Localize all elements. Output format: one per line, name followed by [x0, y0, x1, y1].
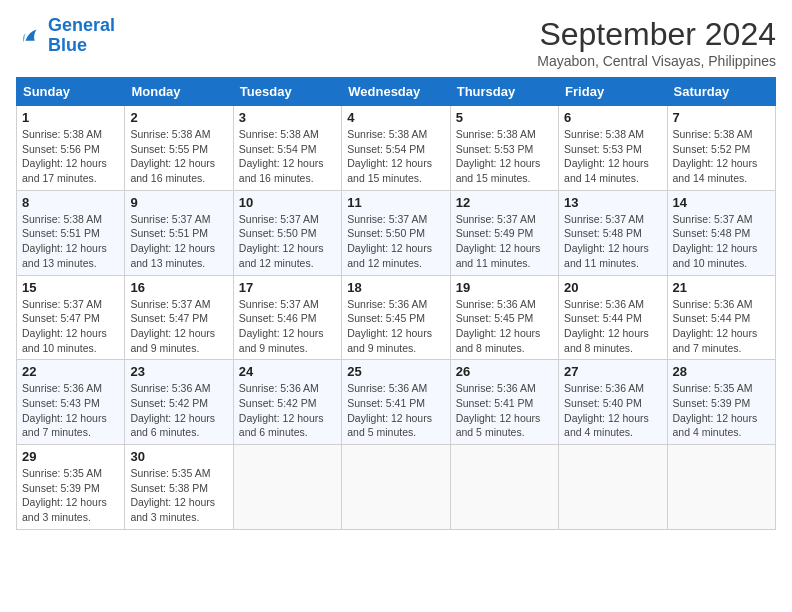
day-info: Sunrise: 5:37 AM Sunset: 5:50 PM Dayligh… — [347, 212, 444, 271]
col-tuesday: Tuesday — [233, 78, 341, 106]
day-number: 8 — [22, 195, 119, 210]
day-info: Sunrise: 5:36 AM Sunset: 5:43 PM Dayligh… — [22, 381, 119, 440]
day-info: Sunrise: 5:37 AM Sunset: 5:47 PM Dayligh… — [22, 297, 119, 356]
day-info: Sunrise: 5:38 AM Sunset: 5:53 PM Dayligh… — [564, 127, 661, 186]
day-info: Sunrise: 5:36 AM Sunset: 5:41 PM Dayligh… — [456, 381, 553, 440]
day-number: 3 — [239, 110, 336, 125]
logo-text: General Blue — [48, 16, 115, 56]
day-info: Sunrise: 5:36 AM Sunset: 5:42 PM Dayligh… — [130, 381, 227, 440]
day-number: 22 — [22, 364, 119, 379]
table-row — [667, 445, 775, 530]
table-row: 29Sunrise: 5:35 AM Sunset: 5:39 PM Dayli… — [17, 445, 125, 530]
day-number: 21 — [673, 280, 770, 295]
title-block: September 2024 Mayabon, Central Visayas,… — [537, 16, 776, 69]
table-row: 6Sunrise: 5:38 AM Sunset: 5:53 PM Daylig… — [559, 106, 667, 191]
day-info: Sunrise: 5:35 AM Sunset: 5:39 PM Dayligh… — [22, 466, 119, 525]
table-row: 5Sunrise: 5:38 AM Sunset: 5:53 PM Daylig… — [450, 106, 558, 191]
day-info: Sunrise: 5:38 AM Sunset: 5:55 PM Dayligh… — [130, 127, 227, 186]
day-number: 25 — [347, 364, 444, 379]
col-thursday: Thursday — [450, 78, 558, 106]
table-row: 22Sunrise: 5:36 AM Sunset: 5:43 PM Dayli… — [17, 360, 125, 445]
day-number: 5 — [456, 110, 553, 125]
day-info: Sunrise: 5:38 AM Sunset: 5:56 PM Dayligh… — [22, 127, 119, 186]
day-info: Sunrise: 5:36 AM Sunset: 5:41 PM Dayligh… — [347, 381, 444, 440]
table-row: 12Sunrise: 5:37 AM Sunset: 5:49 PM Dayli… — [450, 190, 558, 275]
day-number: 7 — [673, 110, 770, 125]
day-number: 19 — [456, 280, 553, 295]
calendar-week-row: 22Sunrise: 5:36 AM Sunset: 5:43 PM Dayli… — [17, 360, 776, 445]
day-info: Sunrise: 5:36 AM Sunset: 5:44 PM Dayligh… — [673, 297, 770, 356]
day-number: 26 — [456, 364, 553, 379]
day-number: 4 — [347, 110, 444, 125]
month-title: September 2024 — [537, 16, 776, 53]
day-number: 27 — [564, 364, 661, 379]
day-number: 23 — [130, 364, 227, 379]
day-number: 13 — [564, 195, 661, 210]
day-number: 12 — [456, 195, 553, 210]
table-row: 28Sunrise: 5:35 AM Sunset: 5:39 PM Dayli… — [667, 360, 775, 445]
col-saturday: Saturday — [667, 78, 775, 106]
table-row: 1Sunrise: 5:38 AM Sunset: 5:56 PM Daylig… — [17, 106, 125, 191]
col-wednesday: Wednesday — [342, 78, 450, 106]
day-info: Sunrise: 5:38 AM Sunset: 5:54 PM Dayligh… — [239, 127, 336, 186]
table-row: 17Sunrise: 5:37 AM Sunset: 5:46 PM Dayli… — [233, 275, 341, 360]
col-friday: Friday — [559, 78, 667, 106]
day-info: Sunrise: 5:38 AM Sunset: 5:51 PM Dayligh… — [22, 212, 119, 271]
logo: General Blue — [16, 16, 115, 56]
table-row: 25Sunrise: 5:36 AM Sunset: 5:41 PM Dayli… — [342, 360, 450, 445]
day-info: Sunrise: 5:36 AM Sunset: 5:44 PM Dayligh… — [564, 297, 661, 356]
calendar-week-row: 15Sunrise: 5:37 AM Sunset: 5:47 PM Dayli… — [17, 275, 776, 360]
table-row: 26Sunrise: 5:36 AM Sunset: 5:41 PM Dayli… — [450, 360, 558, 445]
day-number: 29 — [22, 449, 119, 464]
table-row: 9Sunrise: 5:37 AM Sunset: 5:51 PM Daylig… — [125, 190, 233, 275]
day-number: 6 — [564, 110, 661, 125]
location: Mayabon, Central Visayas, Philippines — [537, 53, 776, 69]
day-info: Sunrise: 5:37 AM Sunset: 5:51 PM Dayligh… — [130, 212, 227, 271]
table-row: 15Sunrise: 5:37 AM Sunset: 5:47 PM Dayli… — [17, 275, 125, 360]
day-number: 28 — [673, 364, 770, 379]
table-row: 19Sunrise: 5:36 AM Sunset: 5:45 PM Dayli… — [450, 275, 558, 360]
day-info: Sunrise: 5:37 AM Sunset: 5:49 PM Dayligh… — [456, 212, 553, 271]
table-row — [342, 445, 450, 530]
table-row: 30Sunrise: 5:35 AM Sunset: 5:38 PM Dayli… — [125, 445, 233, 530]
day-info: Sunrise: 5:37 AM Sunset: 5:47 PM Dayligh… — [130, 297, 227, 356]
day-info: Sunrise: 5:37 AM Sunset: 5:48 PM Dayligh… — [673, 212, 770, 271]
table-row: 18Sunrise: 5:36 AM Sunset: 5:45 PM Dayli… — [342, 275, 450, 360]
table-row: 11Sunrise: 5:37 AM Sunset: 5:50 PM Dayli… — [342, 190, 450, 275]
day-number: 1 — [22, 110, 119, 125]
table-row: 2Sunrise: 5:38 AM Sunset: 5:55 PM Daylig… — [125, 106, 233, 191]
day-info: Sunrise: 5:37 AM Sunset: 5:46 PM Dayligh… — [239, 297, 336, 356]
day-number: 16 — [130, 280, 227, 295]
day-info: Sunrise: 5:37 AM Sunset: 5:50 PM Dayligh… — [239, 212, 336, 271]
day-number: 24 — [239, 364, 336, 379]
calendar-week-row: 1Sunrise: 5:38 AM Sunset: 5:56 PM Daylig… — [17, 106, 776, 191]
day-number: 20 — [564, 280, 661, 295]
day-number: 15 — [22, 280, 119, 295]
table-row: 27Sunrise: 5:36 AM Sunset: 5:40 PM Dayli… — [559, 360, 667, 445]
col-monday: Monday — [125, 78, 233, 106]
calendar-week-row: 29Sunrise: 5:35 AM Sunset: 5:39 PM Dayli… — [17, 445, 776, 530]
table-row — [233, 445, 341, 530]
day-number: 10 — [239, 195, 336, 210]
day-number: 14 — [673, 195, 770, 210]
day-number: 30 — [130, 449, 227, 464]
day-number: 2 — [130, 110, 227, 125]
table-row — [559, 445, 667, 530]
table-row: 3Sunrise: 5:38 AM Sunset: 5:54 PM Daylig… — [233, 106, 341, 191]
day-info: Sunrise: 5:38 AM Sunset: 5:52 PM Dayligh… — [673, 127, 770, 186]
logo-blue: Blue — [48, 35, 87, 55]
table-row: 7Sunrise: 5:38 AM Sunset: 5:52 PM Daylig… — [667, 106, 775, 191]
calendar-table: Sunday Monday Tuesday Wednesday Thursday… — [16, 77, 776, 530]
table-row: 13Sunrise: 5:37 AM Sunset: 5:48 PM Dayli… — [559, 190, 667, 275]
table-row: 10Sunrise: 5:37 AM Sunset: 5:50 PM Dayli… — [233, 190, 341, 275]
day-number: 18 — [347, 280, 444, 295]
page-header: General Blue September 2024 Mayabon, Cen… — [16, 16, 776, 69]
day-info: Sunrise: 5:36 AM Sunset: 5:40 PM Dayligh… — [564, 381, 661, 440]
table-row: 8Sunrise: 5:38 AM Sunset: 5:51 PM Daylig… — [17, 190, 125, 275]
day-info: Sunrise: 5:35 AM Sunset: 5:38 PM Dayligh… — [130, 466, 227, 525]
table-row: 24Sunrise: 5:36 AM Sunset: 5:42 PM Dayli… — [233, 360, 341, 445]
table-row: 14Sunrise: 5:37 AM Sunset: 5:48 PM Dayli… — [667, 190, 775, 275]
day-info: Sunrise: 5:36 AM Sunset: 5:45 PM Dayligh… — [347, 297, 444, 356]
day-number: 11 — [347, 195, 444, 210]
day-info: Sunrise: 5:38 AM Sunset: 5:54 PM Dayligh… — [347, 127, 444, 186]
